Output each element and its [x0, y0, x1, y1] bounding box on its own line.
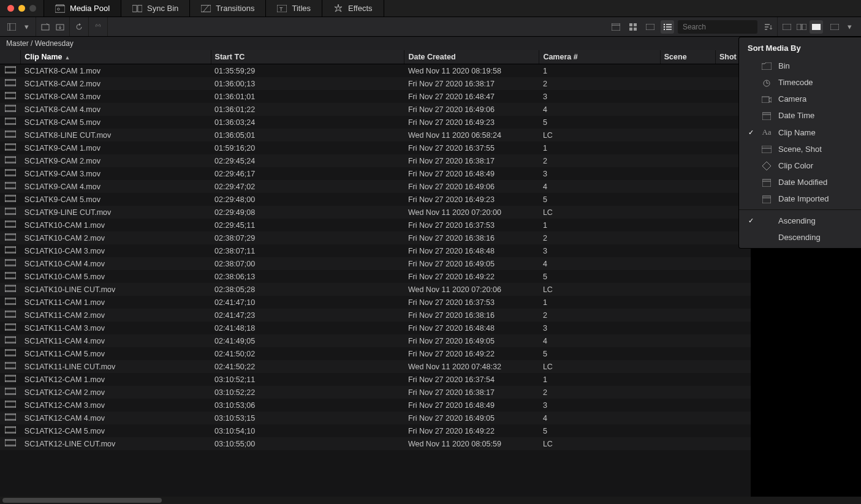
timecode-icon	[761, 78, 772, 87]
table-row[interactable]: SC1ATK12-CAM 4.mov03:10:53;15Fri Nov 27 …	[0, 412, 861, 424]
chevron-down-icon[interactable]: ▾	[843, 20, 856, 34]
clip-date: Fri Nov 27 2020 16:38:16	[404, 231, 539, 244]
link-button[interactable]	[91, 20, 105, 34]
sort-item-bin[interactable]: Bin	[739, 58, 861, 74]
tab-effects[interactable]: Effects	[322, 0, 384, 17]
top-tab-bar: Media PoolSync BinTransitionsTTitlesEffe…	[0, 0, 861, 17]
horizontal-scrollbar[interactable]	[0, 497, 861, 504]
clip-tc: 02:41:47;10	[211, 296, 404, 309]
maximize-icon[interactable]	[29, 5, 36, 12]
clip-icon	[0, 77, 21, 90]
clip-camera: 5	[539, 193, 660, 206]
table-row[interactable]: SC1ATK10-LINE CUT.mov02:38:05;28Wed Nov …	[0, 283, 861, 296]
clip-name: SC1ATK11-CAM 2.mov	[21, 309, 211, 322]
sort-item-camera[interactable]: Camera	[739, 91, 861, 107]
column-header[interactable]: Date Created	[404, 50, 539, 64]
table-row[interactable]: SC1ATK11-LINE CUT.mov02:41:50;22Wed Nov …	[0, 360, 861, 373]
svg-rect-130	[762, 146, 772, 153]
tab-sync-bin[interactable]: Sync Bin	[121, 0, 190, 17]
table-row[interactable]: SC1ATK12-CAM 3.mov03:10:53;06Fri Nov 27 …	[0, 399, 861, 412]
table-row[interactable]: SC1ATK8-CAM 3.mov01:36:01;01Fri Nov 27 2…	[0, 90, 861, 103]
metadata-view-button[interactable]	[609, 20, 623, 34]
table-row[interactable]: SC1ATK10-CAM 2.mov02:38:07;29Fri Nov 27 …	[0, 231, 861, 244]
column-header[interactable]: Camera #	[539, 50, 660, 64]
clip-icon	[0, 64, 21, 78]
column-header[interactable]: Start TC	[211, 50, 404, 64]
table-row[interactable]: SC1ATK11-CAM 5.mov02:41:50;02Fri Nov 27 …	[0, 347, 861, 360]
minimize-icon[interactable]	[18, 5, 25, 12]
column-header[interactable]: Scene	[660, 50, 715, 64]
table-row[interactable]: SC1ATK9-CAM 2.mov02:29:45;24Fri Nov 27 2…	[0, 154, 861, 167]
strip-view-button[interactable]	[643, 20, 657, 34]
clip-camera: 3	[539, 167, 660, 180]
tab-media-pool[interactable]: Media Pool	[44, 0, 121, 17]
svg-rect-134	[762, 196, 771, 203]
table-row[interactable]: SC1ATK8-CAM 5.mov01:36:03;24Fri Nov 27 2…	[0, 116, 861, 129]
table-row[interactable]: SC1ATK9-LINE CUT.mov02:29:49;08Wed Nov 1…	[0, 206, 861, 219]
table-row[interactable]: SC1ATK10-CAM 4.mov02:38:07;00Fri Nov 27 …	[0, 257, 861, 270]
sidebar-toggle-button[interactable]	[5, 20, 18, 34]
table-row[interactable]: SC1ATK12-CAM 5.mov03:10:54;10Fri Nov 27 …	[0, 424, 861, 437]
thumbnail-view-button[interactable]	[626, 20, 640, 34]
svg-point-20	[664, 23, 665, 24]
tab-transitions[interactable]: Transitions	[190, 0, 266, 17]
table-row[interactable]: SC1ATK11-CAM 4.mov02:41:49;05Fri Nov 27 …	[0, 334, 861, 347]
table-row[interactable]: SC1ATK11-CAM 1.mov02:41:47;10Fri Nov 27 …	[0, 296, 861, 309]
breadcrumb[interactable]: Master / Wednesday	[0, 37, 861, 50]
sort-order-ascending[interactable]: ✓Ascending	[739, 213, 861, 229]
refresh-button[interactable]	[72, 20, 86, 34]
single-viewer-button[interactable]	[810, 20, 823, 34]
sort-order-descending[interactable]: Descending	[739, 229, 861, 246]
table-row[interactable]: SC1ATK12-CAM 1.mov03:10:52;11Fri Nov 27 …	[0, 373, 861, 386]
table-row[interactable]: SC1ATK10-CAM 3.mov02:38:07;11Fri Nov 27 …	[0, 244, 861, 257]
table-row[interactable]: SC1ATK10-CAM 5.mov02:38:06;13Fri Nov 27 …	[0, 270, 861, 283]
svg-rect-127	[762, 97, 769, 103]
column-header[interactable]: Clip Name▲	[21, 50, 211, 64]
clip-name: SC1ATK9-CAM 4.mov	[21, 180, 211, 193]
scrollbar-thumb[interactable]	[2, 498, 162, 503]
clip-date: Fri Nov 27 2020 16:38:17	[404, 77, 539, 90]
sort-item-date-imported[interactable]: Date Imported	[739, 190, 861, 207]
import-button[interactable]	[53, 20, 67, 34]
table-row[interactable]: SC1ATK9-CAM 1.mov01:59:16;20Fri Nov 27 2…	[0, 141, 861, 154]
new-bin-button[interactable]	[39, 20, 52, 34]
tab-titles[interactable]: TTitles	[266, 0, 322, 17]
camera-icon	[761, 96, 772, 103]
sort-item-clip-name[interactable]: ✓AaClip Name	[739, 124, 861, 141]
search-input[interactable]	[678, 20, 757, 34]
sort-item-date-modified[interactable]: Date Modified	[739, 174, 861, 190]
sort-item-clip-color[interactable]: Clip Color	[739, 157, 861, 174]
table-row[interactable]: SC1ATK12-LINE CUT.mov03:10:55;00Wed Nov …	[0, 437, 861, 450]
clip-name: SC1ATK8-CAM 4.mov	[21, 103, 211, 116]
clip-icon	[0, 399, 21, 412]
table-row[interactable]: SC1ATK9-CAM 4.mov02:29:47;02Fri Nov 27 2…	[0, 180, 861, 193]
table-row[interactable]: SC1ATK12-CAM 2.mov03:10:52;22Fri Nov 27 …	[0, 386, 861, 399]
chevron-down-icon[interactable]: ▾	[20, 20, 33, 34]
sort-item-date-time[interactable]: Date Time	[739, 107, 861, 124]
clip-icon	[0, 180, 21, 193]
source-tape-button[interactable]	[780, 20, 794, 34]
table-row[interactable]: SC1ATK11-CAM 2.mov02:41:47;23Fri Nov 27 …	[0, 309, 861, 322]
tab-label: Media Pool	[70, 4, 110, 13]
clip-camera: 1	[539, 296, 660, 309]
table-row[interactable]: SC1ATK8-LINE CUT.mov01:36:05;01Wed Nov 1…	[0, 129, 861, 141]
table-row[interactable]: SC1ATK8-CAM 4.mov01:36:01;22Fri Nov 27 2…	[0, 103, 861, 116]
clip-tc: 01:36:05;01	[211, 129, 404, 141]
clip-table-wrap[interactable]: Clip Name▲Start TCDate CreatedCamera #Sc…	[0, 50, 861, 497]
table-row[interactable]: SC1ATK9-CAM 5.mov02:29:48;00Fri Nov 27 2…	[0, 193, 861, 206]
list-view-button[interactable]	[661, 20, 674, 34]
resolution-button[interactable]	[828, 20, 841, 34]
table-row[interactable]: SC1ATK8-CAM 2.mov01:36:00;13Fri Nov 27 2…	[0, 77, 861, 90]
dual-viewer-button[interactable]	[795, 20, 808, 34]
table-row[interactable]: SC1ATK9-CAM 3.mov02:29:46;17Fri Nov 27 2…	[0, 167, 861, 180]
clip-name: SC1ATK8-CAM 2.mov	[21, 77, 211, 90]
clip-camera: LC	[539, 283, 660, 296]
table-row[interactable]: SC1ATK8-CAM 1.mov01:35:59;29Wed Nov 11 2…	[0, 64, 861, 78]
sort-item-timecode[interactable]: Timecode	[739, 74, 861, 91]
clip-name: SC1ATK10-CAM 5.mov	[21, 270, 211, 283]
sort-button[interactable]	[761, 20, 775, 34]
close-icon[interactable]	[7, 5, 14, 12]
table-row[interactable]: SC1ATK11-CAM 3.mov02:41:48;18Fri Nov 27 …	[0, 322, 861, 334]
sort-item-scene-shot[interactable]: Scene, Shot	[739, 141, 861, 157]
table-row[interactable]: SC1ATK10-CAM 1.mov02:29:45;11Fri Nov 27 …	[0, 219, 861, 231]
